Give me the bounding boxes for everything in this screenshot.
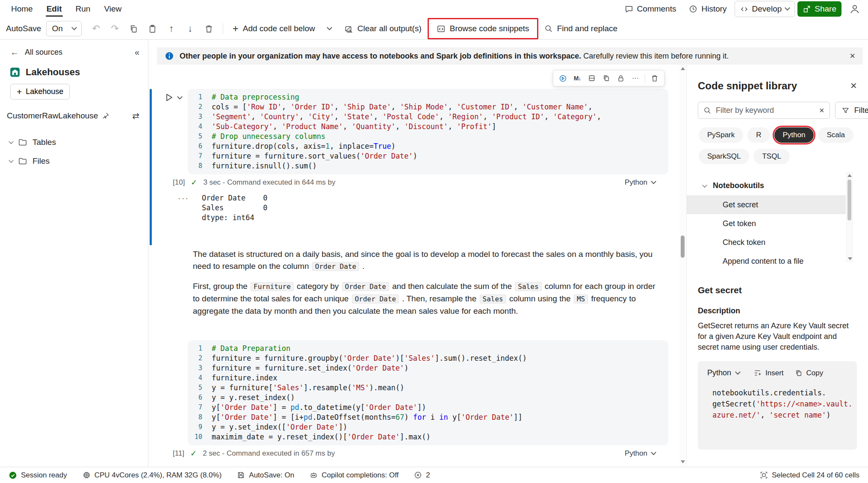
menu-edit[interactable]: Edit [40, 1, 69, 17]
snippet-language-selector[interactable]: Python [705, 366, 742, 380]
cell-language-selector[interactable]: Python [625, 178, 655, 187]
snippet-item[interactable]: Get token [687, 214, 846, 233]
copilot-status[interactable]: Copilot completions: Off [310, 471, 399, 480]
history-button[interactable]: History [684, 1, 732, 17]
scroll-down-icon[interactable] [681, 460, 685, 463]
paste-icon[interactable] [144, 21, 161, 37]
lakehouse-sidebar: ← All sources « Lakehouses + Lakehouse C… [0, 40, 148, 467]
notebook-scrollbar[interactable] [679, 65, 686, 467]
delete-icon[interactable] [201, 21, 218, 37]
share-icon [803, 5, 811, 13]
chip-scala[interactable]: Scala [818, 127, 853, 143]
run-cell-icon[interactable] [556, 72, 570, 85]
chip-pyspark[interactable]: PySpark [699, 127, 743, 143]
scroll-up-icon[interactable] [847, 174, 852, 177]
folder-icon [18, 138, 27, 147]
clear-outputs-button[interactable]: Clear all output(s) [340, 21, 426, 37]
insert-button[interactable]: Insert [753, 369, 784, 377]
more-commands-icon[interactable]: ··· [629, 72, 642, 85]
add-code-cell-button[interactable]: + Add code cell below [228, 20, 319, 37]
code-cell-2: 1# Data Preparation2furniture = furnitur… [148, 340, 679, 458]
panel-close-icon[interactable]: × [850, 79, 857, 92]
add-lakehouse-button[interactable]: + Lakehouse [10, 84, 70, 100]
snippet-group-notebookutils[interactable]: Notebookutils [703, 181, 857, 190]
back-arrow-icon[interactable]: ← [10, 47, 19, 57]
code-line: 7y['Order Date'] = pd.to_datetime(y['Ord… [188, 403, 668, 412]
code-editor[interactable]: M↓ ··· [188, 89, 668, 174]
delete-cell-icon[interactable] [648, 72, 661, 85]
chip-python[interactable]: Python [774, 127, 814, 143]
add-code-cell-label: Add code cell below [243, 24, 315, 33]
menu-home[interactable]: Home [4, 1, 40, 17]
session-ready-icon [9, 471, 17, 480]
chevron-down-icon [9, 158, 13, 162]
snippet-item[interactable]: Get secret [687, 195, 846, 214]
split-cell-icon[interactable] [585, 72, 599, 85]
lakehouse-name: CustomerRawLakehouse [7, 111, 98, 121]
account-avatar[interactable] [847, 2, 862, 16]
move-up-icon[interactable]: ↑ [163, 21, 180, 37]
lakehouse-item[interactable]: CustomerRawLakehouse ⇄ [0, 100, 148, 125]
chevron-down-icon [702, 183, 707, 187]
switch-lakehouse-icon[interactable]: ⇄ [132, 111, 139, 121]
chip-tsql[interactable]: TSQL [753, 149, 789, 164]
find-replace-button[interactable]: Find and replace [540, 21, 622, 37]
selection-status: Selected Cell 24 of 60 cells [760, 471, 859, 480]
code-line: 5# Drop unnecessary columns [188, 132, 668, 141]
add-cell-dropdown-icon[interactable] [321, 21, 338, 37]
browse-snippets-button[interactable]: Browse code snippets [432, 21, 534, 37]
scrollbar-thumb[interactable] [681, 236, 685, 258]
snippet-search-input[interactable] [716, 106, 815, 115]
menu-run[interactable]: Run [69, 1, 97, 17]
banner-close-icon[interactable]: × [850, 50, 855, 62]
lock-cell-icon[interactable] [614, 72, 628, 85]
error-count[interactable]: 2 [414, 471, 430, 480]
autosave-toggle[interactable]: On [46, 21, 81, 36]
duplicate-cell-icon[interactable] [599, 72, 613, 85]
copy-button[interactable]: Copy [795, 369, 824, 377]
run-options-icon[interactable] [177, 94, 183, 100]
convert-to-markdown-icon[interactable]: M↓ [570, 72, 584, 85]
comments-button[interactable]: Comments [620, 1, 682, 17]
pin-icon[interactable] [102, 112, 109, 120]
run-cell-button[interactable] [164, 92, 174, 103]
develop-button[interactable]: Develop [735, 1, 795, 17]
notebook-canvas: M↓ ··· [148, 65, 679, 467]
execution-count: [10] [173, 178, 185, 187]
tables-label: Tables [32, 138, 56, 147]
code-editor[interactable]: 1# Data Preparation2furniture = furnitur… [188, 340, 668, 445]
code-line: 10maximim_date = y.reset_index()['Order … [188, 432, 668, 442]
share-button[interactable]: Share [797, 1, 841, 17]
undo-icon[interactable]: ↶ [88, 21, 105, 37]
code-line: 2furniture = furniture.groupby('Order Da… [188, 353, 668, 363]
copy-icon[interactable] [125, 21, 142, 37]
session-status: Session ready [9, 471, 67, 480]
output-more-icon[interactable]: ··· [178, 193, 189, 223]
plus-icon: + [17, 87, 22, 96]
sidebar-item-tables[interactable]: Tables [0, 133, 148, 152]
menu-view[interactable]: View [97, 1, 128, 17]
scroll-down-icon[interactable] [848, 257, 852, 260]
markdown-cell: The dataset is structured on a daily bas… [193, 248, 657, 317]
scroll-up-icon[interactable] [681, 67, 685, 70]
copilot-icon [310, 471, 318, 479]
collapse-sidebar-icon[interactable]: « [135, 47, 139, 57]
clear-search-icon[interactable]: × [819, 106, 824, 115]
chip-sparksql[interactable]: SparkSQL [699, 149, 749, 164]
filter-label: Filter [854, 106, 868, 115]
snippet-item[interactable]: Check token [687, 233, 846, 252]
notebook-toolbar: AutoSave On ↶ ↷ ↑ ↓ + Add code cell belo… [0, 18, 868, 40]
chip-r[interactable]: R [747, 127, 770, 143]
scrollbar-thumb[interactable] [847, 180, 851, 221]
snippet-detail-title: Get secret [698, 285, 857, 295]
redo-icon[interactable]: ↷ [106, 21, 124, 37]
code-cell-1: M↓ ··· [148, 89, 679, 223]
snippet-item[interactable]: Append content to a file [687, 252, 846, 271]
snippet-list-scrollbar[interactable] [846, 172, 853, 262]
move-down-icon[interactable]: ↓ [182, 21, 199, 37]
filter-button[interactable]: Filter [835, 102, 868, 119]
autosave-status[interactable]: AutoSave: On [237, 471, 294, 480]
history-label: History [701, 4, 726, 14]
cell-language-selector[interactable]: Python [625, 449, 655, 458]
sidebar-item-files[interactable]: Files [0, 152, 148, 171]
